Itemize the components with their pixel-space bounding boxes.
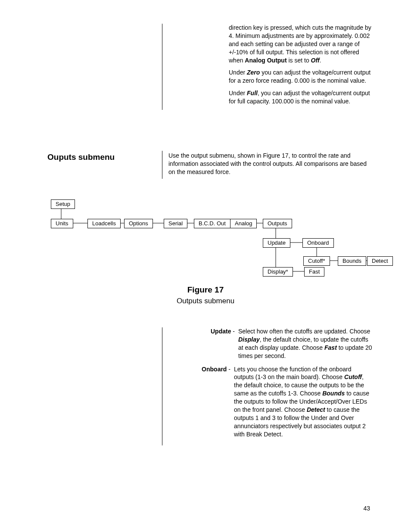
top-paragraph-3: Under Full, you can adjust the voltage/c… [229,89,372,106]
figure-caption: Figure 17 Outputs submenu [0,284,411,306]
diagram-node-analog: Analog [230,219,257,228]
def-row-update: Update - Select how often the cutoffs ar… [197,327,373,360]
definitions-block: Update - Select how often the cutoffs ar… [162,327,373,445]
def-row-onboard: Onboard - Lets you choose the function o… [193,365,373,439]
diagram-node-update: Update [263,238,290,248]
top-paragraph-1: direction key is pressed, which cuts the… [229,24,372,64]
diagram-node-cutoff: Cutoff* [303,256,330,266]
diagram-node-outputs: Outputs [263,219,292,228]
figure-title: Outputs submenu [0,296,411,306]
figure-number: Figure 17 [0,284,411,296]
diagram-node-options: Options [124,219,153,228]
diagram-node-detect: Detect [367,256,393,266]
section-heading: Ouputs submenu [47,151,162,179]
diagram-node-loadcells: Loadcells [87,219,121,228]
diagram-node-bcd: B.C.D. Out [194,219,230,228]
section-row: Ouputs submenu Use the output submenu, s… [47,151,372,179]
outputs-submenu-diagram: Setup Units Loadcells Options Serial B.C… [43,198,379,278]
page-number: 43 [363,504,370,513]
top-carryover-block: direction key is pressed, which cuts the… [162,24,372,110]
diagram-node-setup: Setup [51,199,75,209]
top-paragraph-2: Under Zero you can adjust the voltage/cu… [229,68,372,85]
diagram-node-bounds: Bounds [338,256,366,266]
diagram-node-fast: Fast [304,267,324,277]
diagram-node-onboard: Onboard [302,238,334,248]
diagram-node-serial: Serial [164,219,187,228]
diagram-node-display: Display* [263,267,293,277]
diagram-node-units: Units [51,219,73,228]
section-body: Use the output submenu, shown in Figure … [162,151,372,179]
